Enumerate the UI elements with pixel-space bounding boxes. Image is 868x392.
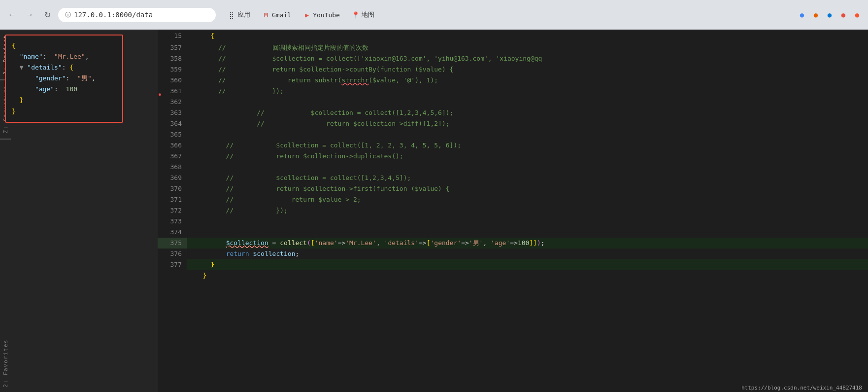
status-url: https://blog.csdn.net/weixin_44827418 — [741, 385, 862, 391]
chrome-icon[interactable]: ● — [796, 9, 808, 21]
code-line-364: // return $collection->diff([1,2]); — [187, 118, 868, 129]
line-num-375: ●375 — [158, 238, 187, 249]
code-line-376: return $collection; — [187, 249, 868, 259]
edge-icon[interactable]: ● — [824, 9, 835, 21]
line-numbers: ▼15 357 358 359 360 ● 361 362 ▼363 364 3… — [158, 30, 187, 392]
code-line-372: // }); — [187, 205, 868, 216]
code-line-379 — [187, 281, 868, 292]
gmail-icon: M — [262, 11, 270, 19]
code-line-370: // return $collection->first(function ($… — [187, 183, 868, 194]
browser-chrome: ← → ↻ ⓘ 127.0.0.1:8000/data ⣿ 应用 M Gmail… — [0, 0, 868, 30]
code-line-359: // return $collection->countBy(function … — [187, 64, 868, 75]
code-line-377: } — [187, 259, 868, 270]
youtube-label: YouTube — [313, 11, 340, 19]
brave-icon[interactable]: ● — [851, 9, 863, 21]
vtab-favorites[interactable]: 2: Favorites — [0, 334, 11, 392]
refresh-button[interactable]: ↻ — [40, 8, 54, 22]
bookmark-apps[interactable]: ⣿ 应用 — [225, 9, 253, 20]
line-num-369: ▼369 — [158, 173, 187, 183]
code-line-360: // return substr(strrchr($value, '@'), 1… — [187, 75, 868, 86]
line-num-371: 371 — [158, 194, 187, 205]
code-line-367: // return $collection->duplicates(); — [187, 151, 868, 162]
code-line-373 — [187, 216, 868, 227]
maps-label: 地图 — [362, 10, 374, 19]
line-num-373: 373 — [158, 216, 187, 227]
bookmark-maps[interactable]: 📍 地图 — [349, 9, 377, 20]
line-num-374: 374 — [158, 227, 187, 238]
json-preview-panel: { "name": "Mr.Lee", ▼ "details": { "gend… — [5, 35, 123, 123]
code-line-369: // $collection = collect([1,2,3,4,5]); — [187, 173, 868, 183]
line-num-366: 366 — [158, 140, 187, 151]
line-num-15: ▼15 — [158, 30, 187, 42]
line-num-364: 364 — [158, 118, 187, 129]
apps-label: 应用 — [237, 10, 250, 19]
youtube-icon: ▶ — [303, 11, 311, 19]
line-num-376: 376 — [158, 249, 187, 259]
code-line-375: $collection = collect(['name'=>'Mr.Lee',… — [187, 238, 868, 249]
status-bar: https://blog.csdn.net/weixin_44827418 — [735, 384, 868, 392]
code-line-362 — [187, 97, 868, 107]
code-line-368 — [187, 162, 868, 173]
url-text: 127.0.0.1:8000/data — [74, 11, 153, 19]
code-line-358: // $collection = collect(['xiaoxin@163.c… — [187, 53, 868, 64]
line-num-377: 377 — [158, 259, 187, 270]
line-num-361: ● 361 — [158, 86, 187, 97]
browser-extensions: ● ● ● ● ● — [796, 9, 863, 21]
bookmarks-bar: ⣿ 应用 M Gmail ▶ YouTube 📍 地图 — [225, 9, 377, 20]
line-num-357: 357 — [158, 42, 187, 53]
line-num-358: 358 — [158, 53, 187, 64]
code-editor: ▼15 357 358 359 360 ● 361 362 ▼363 364 3… — [158, 30, 868, 392]
opera-icon[interactable]: ● — [837, 9, 849, 21]
firefox-icon[interactable]: ● — [810, 9, 822, 21]
code-line-374 — [187, 227, 868, 238]
code-lines: { // 回调搜索相同指定片段的值的次数 // $collection = co… — [187, 30, 868, 392]
back-button[interactable]: ← — [5, 8, 19, 22]
line-num-360: 360 — [158, 75, 187, 86]
code-line-363: // $collection = collect([1,2,3,4,5,6]); — [187, 107, 868, 118]
maps-icon: 📍 — [352, 11, 360, 19]
code-line-366: // $collection = collect([1, 2, 2, 3, 4,… — [187, 140, 868, 151]
address-bar[interactable]: ⓘ 127.0.0.1:8000/data — [58, 8, 216, 22]
line-num-370: 370 — [158, 183, 187, 194]
line-num-363: ▼363 — [158, 107, 187, 118]
line-num-367: 367 — [158, 151, 187, 162]
bookmark-gmail[interactable]: M Gmail — [259, 10, 294, 20]
vtab-favorites-label: 2: Favorites — [1, 334, 10, 392]
bookmark-youtube[interactable]: ▶ YouTube — [300, 10, 343, 20]
line-num-372: ▼372 — [158, 205, 187, 216]
code-line-365 — [187, 129, 868, 140]
gmail-label: Gmail — [272, 11, 291, 19]
line-num-362: 362 — [158, 97, 187, 107]
line-num-359: 359 — [158, 64, 187, 75]
code-line-361: // }); — [187, 86, 868, 97]
forward-button[interactable]: → — [23, 8, 36, 22]
code-line-15: { — [187, 30, 868, 42]
lock-icon: ⓘ — [65, 11, 71, 19]
code-line-378: } — [187, 270, 868, 281]
code-line-371: // return $value > 2; — [187, 194, 868, 205]
line-num-368: 368 — [158, 162, 187, 173]
line-num-365: 365 — [158, 129, 187, 140]
code-line-357: // 回调搜索相同指定片段的值的次数 — [187, 42, 868, 53]
apps-icon: ⣿ — [228, 11, 235, 19]
